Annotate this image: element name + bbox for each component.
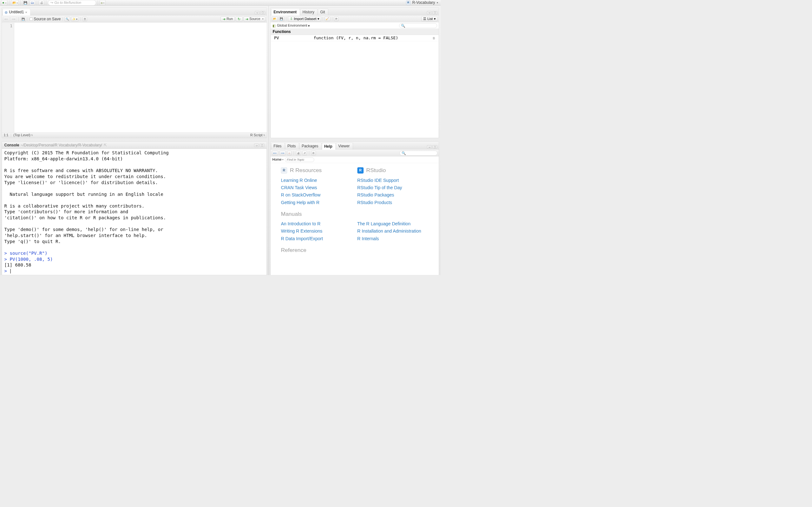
- help-link[interactable]: RStudio Packages: [357, 191, 428, 199]
- updown-icon: ⇅: [31, 134, 33, 136]
- open-file-button[interactable]: 📂▾: [11, 0, 19, 5]
- source-editor[interactable]: [14, 23, 267, 132]
- inspect-icon[interactable]: 🗎: [432, 36, 436, 40]
- close-tab-icon[interactable]: ×: [26, 10, 27, 14]
- minimize-pane-icon[interactable]: ▭: [427, 146, 432, 149]
- tab-viewer[interactable]: Viewer: [336, 143, 353, 149]
- source-on-save-checkbox[interactable]: Source on Save: [30, 17, 61, 21]
- minimize-pane-icon[interactable]: ▭: [254, 144, 259, 147]
- tab-title: Untitled1: [9, 10, 24, 14]
- source-button[interactable]: ➔ Source ▾: [244, 16, 265, 21]
- view-mode-selector[interactable]: ☰ List▾: [421, 16, 438, 21]
- chevron-down-icon: ▾: [282, 158, 283, 161]
- tab-environment[interactable]: Environment: [271, 9, 300, 15]
- scope-selector[interactable]: Global Environment▾: [277, 23, 310, 27]
- help-print-button[interactable]: 🖨: [296, 151, 301, 155]
- language-selector[interactable]: R Script ⇅: [250, 133, 265, 137]
- help-link[interactable]: Writing R Extensions: [281, 228, 352, 235]
- save-script-button[interactable]: 💾: [20, 17, 26, 21]
- console-output[interactable]: Copyright (C) 2015 The R Foundation for …: [2, 149, 267, 275]
- help-link[interactable]: R Installation and Administration: [357, 228, 428, 235]
- scope-selector[interactable]: (Top Level) ⇅: [13, 133, 33, 137]
- popout-icon[interactable]: ⇱: [104, 143, 107, 147]
- help-link[interactable]: RStudio Products: [357, 199, 428, 206]
- env-object-signature: function (FV, r, n, na.rm = FALSE): [314, 36, 432, 40]
- help-link[interactable]: RStudio IDE Support: [357, 176, 428, 184]
- scope-icon: ◧: [272, 23, 275, 27]
- rerun-icon: ↻: [238, 17, 241, 21]
- find-in-topic-input[interactable]: [285, 158, 314, 162]
- help-pane: Files Plots Packages Help Viewer ▭ ▢ ⟸ ⟹…: [270, 142, 439, 275]
- import-dataset-button[interactable]: ⇩ Import Dataset▾: [288, 16, 321, 21]
- run-arrow-icon: ➔: [223, 17, 225, 21]
- help-link[interactable]: Getting Help with R: [281, 199, 352, 206]
- help-link[interactable]: An Introduction to R: [281, 220, 352, 228]
- run-button[interactable]: ➔ Run: [221, 16, 235, 21]
- save-all-button[interactable]: 🗂: [30, 0, 35, 5]
- help-link[interactable]: CRAN Task Views: [281, 184, 352, 191]
- manuals-heading: Manuals: [281, 211, 428, 217]
- help-search-input[interactable]: 🔍: [400, 151, 438, 155]
- environment-pane: Environment History Git ▭ ▢ 📂 💾 ⇩ Import…: [270, 7, 439, 138]
- help-link[interactable]: Learning R Online: [281, 176, 352, 184]
- project-selector[interactable]: R R-Vocabulary ▾: [404, 1, 440, 5]
- chevron-down-icon: ▾: [262, 18, 263, 20]
- refresh-button[interactable]: ⟳: [334, 16, 339, 21]
- maximize-pane-icon[interactable]: ▢: [433, 11, 437, 14]
- help-link[interactable]: The R Language Definition: [357, 220, 428, 228]
- tab-git[interactable]: Git: [318, 9, 328, 15]
- help-refresh-button[interactable]: ⟳: [311, 151, 316, 155]
- help-back-button[interactable]: ⟸: [272, 151, 278, 155]
- tab-history[interactable]: History: [300, 9, 318, 15]
- search-icon: 🔍: [401, 23, 405, 27]
- help-popout-button[interactable]: ↗: [302, 151, 307, 155]
- updown-icon: ⇅: [263, 134, 265, 136]
- minimize-pane-icon[interactable]: ▭: [427, 11, 432, 14]
- help-home-dropdown[interactable]: Home ▾: [272, 158, 283, 162]
- maximize-pane-icon[interactable]: ▢: [260, 144, 264, 147]
- env-search-input[interactable]: 🔍: [399, 23, 437, 28]
- help-content: R R Resources Learning R Online CRAN Tas…: [270, 163, 439, 275]
- load-workspace-button[interactable]: 📂: [272, 16, 277, 21]
- minimize-pane-icon[interactable]: ▭: [255, 11, 259, 14]
- new-file-button[interactable]: ●▾: [1, 0, 7, 5]
- tab-files[interactable]: Files: [271, 143, 285, 149]
- project-icon: R: [406, 1, 410, 5]
- editor-gutter: 1: [2, 23, 14, 132]
- goto-placeholder: Go to file/function: [55, 1, 81, 4]
- save-workspace-button[interactable]: 💾: [279, 16, 285, 21]
- save-button[interactable]: 💾: [22, 0, 29, 5]
- outline-button[interactable]: ☰: [83, 17, 87, 21]
- help-forward-button[interactable]: ⟹: [280, 151, 286, 155]
- source-arrow-icon: ➔: [246, 17, 248, 21]
- chevron-down-icon: ▾: [437, 1, 438, 4]
- source-tab-untitled1[interactable]: ◎ Untitled1 ×: [3, 9, 31, 15]
- goto-file-function-input[interactable]: ↪ Go to file/function: [48, 0, 96, 5]
- search-icon: 🔍: [402, 151, 406, 155]
- print-button[interactable]: 🖨: [39, 0, 44, 5]
- console-path: ~/Desktop/Personal/R Vocabulary/R-Vocabu…: [20, 143, 102, 147]
- help-link[interactable]: R Internals: [357, 235, 428, 242]
- maximize-pane-icon[interactable]: ▢: [260, 11, 265, 14]
- rscript-icon: ◎: [5, 10, 8, 14]
- env-row-pv[interactable]: PV function (FV, r, n, na.rm = FALSE) 🗎: [270, 35, 439, 41]
- nav-fwd-button[interactable]: ⟹: [10, 17, 17, 21]
- addins-button[interactable]: ⎄▾: [100, 0, 105, 5]
- help-link[interactable]: RStudio Tip of the Day: [357, 184, 428, 191]
- magic-wand-button[interactable]: ✨▾: [71, 17, 79, 21]
- r-logo-icon: R: [281, 167, 287, 174]
- clear-workspace-button[interactable]: 🧹: [325, 16, 331, 21]
- help-link[interactable]: R Data Import/Export: [281, 235, 352, 242]
- r-resources-heading: R R Resources: [281, 167, 352, 174]
- help-home-button[interactable]: ⌂: [287, 151, 292, 155]
- console-title: Console: [4, 143, 19, 147]
- tab-help[interactable]: Help: [322, 143, 336, 150]
- find-button[interactable]: 🔍: [64, 17, 70, 21]
- maximize-pane-icon[interactable]: ▢: [433, 146, 437, 149]
- functions-section-header: Functions: [270, 29, 439, 35]
- help-link[interactable]: R on StackOverflow: [281, 191, 352, 199]
- tab-packages[interactable]: Packages: [299, 143, 322, 149]
- tab-plots[interactable]: Plots: [285, 143, 299, 149]
- rerun-button[interactable]: ↻: [236, 16, 242, 21]
- nav-back-button[interactable]: ⟸: [3, 17, 9, 21]
